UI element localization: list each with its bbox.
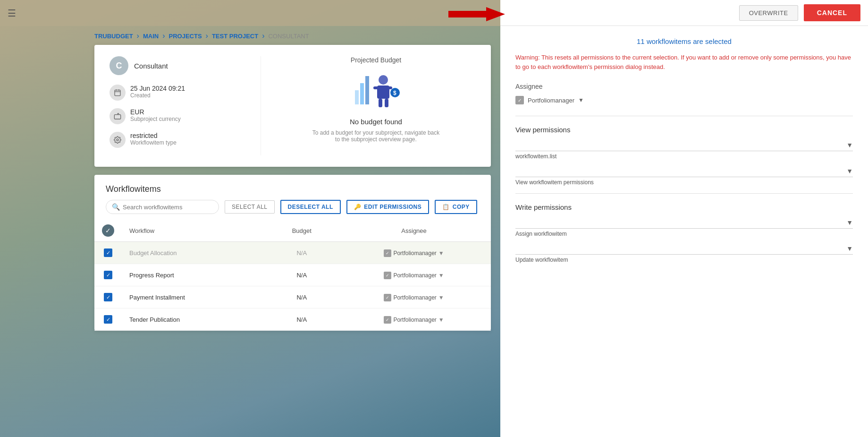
permission-dropdown-row-list[interactable]: ▼ [515, 141, 853, 151]
row-checkbox-3[interactable]: ✓ [94, 286, 122, 308]
select-all-button[interactable]: SELECT ALL [225, 200, 275, 214]
col-header-budget: Budget [266, 220, 337, 242]
table-row: ✓ Tender Publication N/A ✓ Portfoliomana… [94, 308, 491, 331]
assignee-dropdown[interactable]: ✓ Portfoliomanager ▼ [515, 96, 853, 104]
settings-icon [110, 132, 126, 148]
svg-rect-9 [365, 76, 369, 104]
selected-count-text: 11 workflowitems are selected [515, 37, 853, 45]
row-workflow-2: Progress Report [122, 264, 266, 286]
assignee-dropdown-arrow-1[interactable]: ▼ [438, 250, 444, 257]
perm-drop-arrow-2[interactable]: ▼ [846, 167, 853, 175]
assignee-checkbox-3: ✓ [384, 294, 391, 301]
permission-dropdown-row-assign[interactable]: ▼ [515, 219, 853, 229]
svg-point-6 [117, 139, 118, 141]
svg-rect-8 [360, 83, 364, 104]
projected-budget-title: Projected Budget [276, 56, 476, 64]
search-box[interactable]: 🔍 [106, 200, 219, 214]
svg-rect-12 [373, 86, 380, 89]
assignee-check-icon: ✓ [515, 96, 524, 104]
checkbox-checked-2[interactable]: ✓ [104, 271, 112, 279]
perm-drop-arrow-4[interactable]: ▼ [846, 245, 853, 252]
permission-label-view: View workflowitem permissions [515, 179, 853, 186]
checkbox-checked-1[interactable]: ✓ [104, 248, 112, 257]
row-workflow-4: Tender Publication [122, 308, 266, 331]
breadcrumb-trubudget[interactable]: TRUBUDGET [94, 33, 133, 40]
svg-rect-1 [115, 90, 120, 96]
check-all-circle[interactable]: ✓ [102, 224, 114, 237]
row-checkbox-2[interactable]: ✓ [94, 264, 122, 286]
svg-point-10 [379, 75, 388, 85]
edit-permissions-button[interactable]: 🔑 EDIT PERMISSIONS [346, 200, 430, 214]
row-budget-4: N/A [266, 308, 337, 331]
table-row: ✓ Progress Report N/A ✓ Portfoliomanager… [94, 264, 491, 286]
currency-row: EUR Subproject currency [110, 108, 242, 124]
created-date-row: 25 Jun 2024 09:21 Created [110, 85, 242, 101]
svg-rect-7 [355, 90, 359, 104]
permission-item-list: ▼ workflowitem.list [515, 141, 853, 160]
row-assignee-1: ✓ Portfoliomanager ▼ [337, 242, 491, 264]
menu-icon[interactable]: ☰ [8, 8, 16, 19]
permission-dropdown-row-update[interactable]: ▼ [515, 245, 853, 255]
svg-rect-13 [386, 86, 392, 89]
currency-label: Subproject currency [130, 116, 181, 122]
checkbox-checked-3[interactable]: ✓ [104, 293, 112, 301]
perm-drop-arrow-3[interactable]: ▼ [846, 219, 853, 226]
subproject-name-row: C Consultant [110, 56, 242, 75]
created-label: Created [130, 92, 185, 99]
row-checkbox-1[interactable]: ✓ [94, 242, 122, 264]
col-header-workflow: Workflow [122, 220, 266, 242]
workflowitems-title: Workflowitems [94, 175, 491, 200]
divider-2 [515, 193, 853, 194]
assignee-dropdown-arrow-2[interactable]: ▼ [438, 272, 444, 279]
permission-label-list: workflowitem.list [515, 153, 853, 160]
copy-icon: 📋 [442, 204, 450, 210]
row-budget-2: N/A [266, 264, 337, 286]
overwrite-button[interactable]: OVERWRITE [739, 5, 798, 21]
permission-dropdown-row-view[interactable]: ▼ [515, 167, 853, 177]
assignee-checkbox-4: ✓ [384, 316, 391, 324]
table-row: ✓ Payment Installment N/A ✓ Portfolioman… [94, 286, 491, 308]
breadcrumb-main[interactable]: MAIN [143, 33, 159, 40]
checkbox-checked-4[interactable]: ✓ [104, 315, 112, 324]
table-row: ✓ Budget Allocation N/A ✓ Portfoliomanag… [94, 242, 491, 264]
row-workflow-1: Budget Allocation [122, 242, 266, 264]
assignee-section-label: Assignee [515, 83, 853, 90]
breadcrumb-test-project[interactable]: TEST PROJECT [212, 33, 258, 40]
assignee-dropdown-arrow[interactable]: ▼ [578, 97, 584, 103]
permission-item-view: ▼ View workflowitem permissions [515, 167, 853, 186]
assignee-dropdown-arrow-3[interactable]: ▼ [438, 294, 444, 301]
cancel-button[interactable]: CANCEL [804, 4, 860, 21]
row-budget-3: N/A [266, 286, 337, 308]
svg-marker-0 [448, 7, 505, 21]
write-permissions-title: Write permissions [515, 203, 853, 211]
wf-type-label: Workflowitem type [130, 139, 177, 146]
col-header-checkbox: ✓ [94, 220, 122, 242]
svg-text:$: $ [393, 90, 396, 96]
breadcrumb: TRUBUDGET › MAIN › PROJECTS › TEST PROJE… [94, 26, 309, 46]
assignee-checkbox-2: ✓ [384, 272, 391, 279]
deselect-all-button[interactable]: DESELECT ALL [280, 200, 341, 214]
workflowitems-table: ✓ Workflow Budget Assignee ✓ Budget Allo… [94, 220, 491, 331]
assignee-dropdown-arrow-4[interactable]: ▼ [438, 317, 444, 323]
assignee-checkbox-1: ✓ [384, 249, 391, 257]
wf-type: restricted [130, 132, 177, 139]
divider-1 [515, 116, 853, 116]
search-input[interactable] [123, 204, 208, 211]
copy-button[interactable]: 📋 COPY [435, 200, 477, 214]
row-budget-1: N/A [266, 242, 337, 264]
currency-icon [110, 108, 126, 124]
row-checkbox-4[interactable]: ✓ [94, 308, 122, 331]
svg-rect-14 [379, 99, 382, 107]
currency: EUR [130, 108, 181, 116]
workflowitems-section: Workflowitems 🔍 SELECT ALL DESELECT ALL … [94, 175, 491, 331]
breadcrumb-sep-1: › [137, 32, 139, 40]
warning-text: Warning: This resets all permissions to … [515, 53, 853, 71]
view-permissions-title: View permissions [515, 126, 853, 134]
perm-drop-arrow-1[interactable]: ▼ [846, 141, 853, 149]
subproject-name: Consultant [134, 62, 168, 70]
top-bar-left: ☰ [0, 0, 500, 26]
key-icon: 🔑 [354, 204, 362, 210]
breadcrumb-projects[interactable]: PROJECTS [169, 33, 202, 40]
no-budget-illustration: $ No budget found To add a budget for yo… [276, 71, 476, 143]
right-panel: 11 workflowitems are selected Warning: T… [500, 26, 868, 437]
